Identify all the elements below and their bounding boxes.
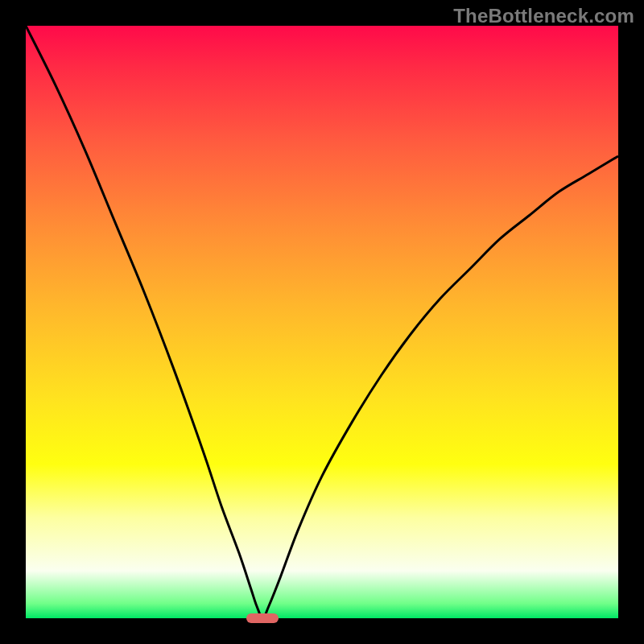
chart-container: TheBottleneck.com [0,0,644,644]
bottleneck-curve [26,26,618,618]
curve-svg [26,26,618,618]
minimum-marker [246,613,279,623]
plot-area [26,26,618,618]
watermark-text: TheBottleneck.com [453,5,634,27]
